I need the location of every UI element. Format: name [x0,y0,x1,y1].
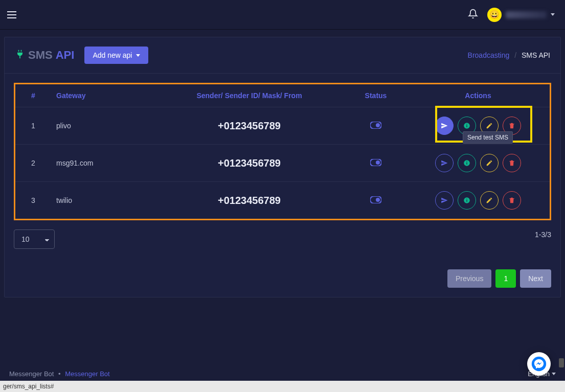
cell-sender: +0123456789 [153,182,345,219]
sms-api-table: # Gateway Sender/ Sender ID/ Mask/ From … [15,84,550,219]
svg-point-6 [376,160,380,165]
svg-rect-13 [466,200,467,202]
cell-gateway: msg91.com [51,145,153,182]
send-test-sms-button[interactable] [435,191,454,210]
cell-gateway: twilio [51,182,153,219]
delete-button[interactable] [503,154,521,172]
actions-group [435,154,521,172]
cell-num: 1 [15,107,51,145]
browser-status-bar: ger/sms_api_lists# [0,381,565,392]
cell-gateway: plivo [51,107,153,145]
info-button[interactable] [458,191,476,210]
pager-prev[interactable]: Previous [447,269,491,288]
pagination: Previous 1 Next [14,269,551,288]
footer-link[interactable]: Messenger Bot [65,370,109,378]
menu-toggle[interactable] [4,8,19,21]
col-sender: Sender/ Sender ID/ Mask/ From [153,84,345,107]
user-menu[interactable]: 😀 [487,8,555,22]
svg-rect-14 [466,199,467,199]
status-toggle[interactable] [370,122,381,129]
table-row: 2 msg91.com +0123456789 [15,145,550,182]
page-title: SMS API [15,49,74,62]
footer: Messenger Bot • Messenger Bot English [0,370,565,378]
cell-status [345,107,406,145]
col-status: Status [345,84,406,107]
svg-point-11 [376,198,380,202]
chevron-down-icon [136,54,140,57]
messenger-fab[interactable] [527,352,551,376]
breadcrumb: Broadcasting / SMS API [468,51,550,59]
add-new-api-label: Add new api [93,51,132,59]
cell-sender: +0123456789 [153,145,345,182]
info-button[interactable] [458,154,476,172]
actions-group [435,191,521,210]
breadcrumb-current: SMS API [522,51,550,59]
breadcrumb-parent[interactable]: Broadcasting [468,51,510,59]
col-num: # [15,84,51,107]
svg-rect-4 [466,124,467,125]
range-text: 1-3/3 [535,230,551,239]
add-new-api-button[interactable]: Add new api [84,47,148,64]
svg-rect-8 [466,163,467,165]
plug-icon [15,49,25,62]
avatar: 😀 [487,8,502,22]
edit-button[interactable] [480,191,499,210]
bell-icon[interactable] [468,9,478,20]
delete-button[interactable] [503,191,521,210]
svg-rect-3 [466,125,467,127]
page-size-select[interactable]: 10 [14,229,55,249]
scrollbar-thumb[interactable] [559,358,564,367]
footer-text: Messenger Bot [9,370,54,378]
svg-point-1 [376,123,380,127]
svg-point-15 [532,357,546,371]
chevron-down-icon [552,373,556,375]
table-row: 3 twilio +0123456789 [15,182,550,219]
cell-sender: +0123456789 [153,107,345,145]
svg-rect-9 [466,162,467,162]
send-test-sms-button[interactable] [435,117,454,135]
pager-page-1[interactable]: 1 [495,269,516,288]
status-toggle[interactable] [370,159,381,166]
sms-api-table-frame: # Gateway Sender/ Sender ID/ Mask/ From … [14,83,551,220]
cell-num: 3 [15,182,51,219]
user-name [506,11,547,18]
tooltip-send-test-sms: Send test SMS [463,131,513,144]
cell-num: 2 [15,145,51,182]
chevron-down-icon [551,13,555,16]
col-gateway: Gateway [51,84,153,107]
pager-next[interactable]: Next [520,269,551,288]
send-test-sms-button[interactable] [435,154,454,172]
status-toggle[interactable] [370,196,381,203]
edit-button[interactable] [480,154,499,172]
col-actions: Actions [406,84,550,107]
